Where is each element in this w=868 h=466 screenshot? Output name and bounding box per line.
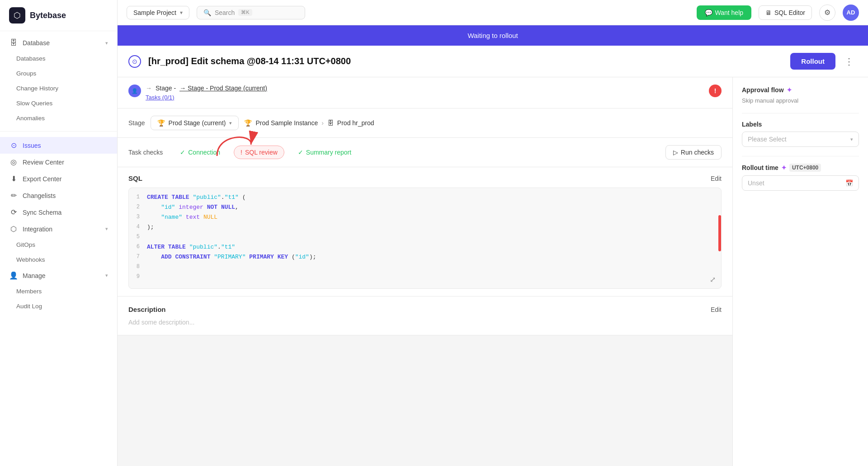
- description-title: Description: [128, 306, 166, 313]
- tasks-label: Tasks (0/1): [146, 94, 175, 101]
- code-line-4: 4 );: [129, 223, 721, 233]
- sidebar-item-anomalies[interactable]: Anomalies: [0, 111, 117, 126]
- sidebar-integration-label: Integration: [23, 226, 52, 233]
- sidebar-gitops-label: GitOps: [16, 241, 35, 248]
- export-icon: ⬇: [9, 174, 18, 183]
- sql-edit-link[interactable]: Edit: [711, 175, 722, 182]
- issue-title: [hr_prod] Edit schema @08-14 11:31 UTC+0…: [148, 56, 783, 66]
- sql-editor-button[interactable]: 🖥 SQL Editor: [759, 5, 812, 20]
- rollout-button[interactable]: Rollout: [790, 53, 835, 70]
- stage-link[interactable]: → Stage - Prod Stage (current): [179, 85, 267, 92]
- rollout-time-input[interactable]: Unset 📅: [742, 175, 859, 191]
- search-bar[interactable]: 🔍 Search ⌘K: [197, 6, 305, 19]
- sidebar-sync-label: Sync Schema: [23, 209, 61, 216]
- user-avatar: 👤: [128, 85, 141, 97]
- sidebar-database-section: 🗄 Database ▾ Databases Groups Change His…: [0, 31, 117, 129]
- rollout-time-placeholder: Unset: [748, 179, 764, 187]
- right-panel-divider-2: [742, 156, 859, 156]
- rollout-label: Rollout: [801, 57, 825, 65]
- sidebar-members-label: Members: [16, 288, 42, 295]
- stage-select-icon: 🏆: [157, 119, 165, 127]
- labels-section: Labels Please Select ▾: [742, 121, 859, 147]
- want-help-icon: 💬: [705, 9, 712, 16]
- settings-button[interactable]: ⚙: [819, 5, 835, 21]
- scroll-indicator: [718, 215, 721, 251]
- content-area: Waiting to rollout ⊙ [hr_prod] Edit sche…: [118, 25, 868, 466]
- approval-flow-title: Approval flow ✦: [742, 86, 859, 94]
- check-connection[interactable]: ✓ Connection: [174, 146, 226, 159]
- sidebar-item-audit-log[interactable]: Audit Log: [0, 299, 117, 314]
- sidebar-groups-label: Groups: [16, 70, 36, 77]
- chevron-manage-icon: ▾: [105, 273, 108, 278]
- chevron-integration-icon: ▾: [105, 226, 108, 232]
- labels-title: Labels: [742, 121, 859, 128]
- issue-actions: Rollout ⋮: [790, 53, 857, 70]
- search-shortcut: ⌘K: [238, 9, 252, 16]
- alert-icon: !: [709, 85, 722, 97]
- check-summary-report[interactable]: ✓ Summary report: [292, 146, 358, 159]
- sidebar-issues-label: Issues: [23, 142, 41, 149]
- sidebar-item-export-center[interactable]: ⬇ Export Center: [0, 170, 117, 187]
- code-line-7: 7 ADD CONSTRAINT "PRIMARY" PRIMARY KEY (…: [129, 253, 721, 263]
- sidebar-item-manage[interactable]: 👤 Manage ▾: [0, 267, 117, 284]
- logo-text: Bytebase: [30, 11, 66, 20]
- code-editor: 1 CREATE TABLE "public"."t1" ( 2 "id" in…: [128, 188, 722, 289]
- waiting-banner: Waiting to rollout: [118, 25, 868, 46]
- sidebar-item-changelists[interactable]: ✏ Changelists: [0, 187, 117, 204]
- sidebar: ⬡ Bytebase 🗄 Database ▾ Databases Groups…: [0, 0, 118, 466]
- stage-select[interactable]: 🏆 Prod Stage (current) ▾: [151, 116, 239, 130]
- sidebar-audit-label: Audit Log: [16, 303, 42, 310]
- code-line-8: 8: [129, 263, 721, 273]
- connection-check-icon: ✓: [180, 149, 185, 156]
- sidebar-item-databases[interactable]: Databases: [0, 51, 117, 66]
- sidebar-item-sync-schema[interactable]: ⟳ Sync Schema: [0, 204, 117, 221]
- stage-top-row: 👤 → Stage - → Stage - Prod Stage (curren…: [118, 77, 732, 108]
- sidebar-item-groups[interactable]: Groups: [0, 66, 117, 81]
- sidebar-export-label: Export Center: [23, 175, 61, 183]
- sidebar-item-slow-queries[interactable]: Slow Queries: [0, 96, 117, 111]
- description-edit-link[interactable]: Edit: [711, 306, 722, 313]
- stage-prefix: Stage -: [156, 85, 176, 92]
- more-options-button[interactable]: ⋮: [841, 53, 857, 70]
- sidebar-item-database[interactable]: 🗄 Database ▾: [0, 35, 117, 51]
- description-placeholder: Add some description...: [128, 319, 194, 326]
- stage-select-chevron-icon: ▾: [229, 120, 232, 126]
- sidebar-item-integration[interactable]: ⬡ Integration ▾: [0, 221, 117, 237]
- sidebar-item-change-history[interactable]: Change History: [0, 81, 117, 96]
- sidebar-item-issues[interactable]: ⊙ Issues: [0, 137, 117, 154]
- task-checks-row: Task checks ✓ Connection ! SQL review ✓ …: [118, 138, 732, 167]
- labels-chevron-icon: ▾: [850, 137, 853, 142]
- logo-icon: ⬡: [9, 7, 25, 24]
- sidebar-database-label: Database: [23, 39, 50, 47]
- sql-editor-label: SQL Editor: [774, 9, 805, 16]
- sql-title: SQL: [128, 174, 142, 182]
- labels-select[interactable]: Please Select ▾: [742, 132, 859, 147]
- tasks-link[interactable]: Tasks (0/1): [146, 94, 175, 101]
- issue-header: ⊙ [hr_prod] Edit schema @08-14 11:31 UTC…: [118, 46, 868, 77]
- sidebar-item-webhooks[interactable]: Webhooks: [0, 252, 117, 267]
- check-sql-review[interactable]: ! SQL review: [234, 146, 284, 159]
- sql-header: SQL Edit: [128, 174, 722, 182]
- expand-button[interactable]: ⤢: [710, 275, 716, 284]
- project-selector[interactable]: Sample Project ▾: [127, 6, 189, 19]
- labels-placeholder: Please Select: [748, 136, 787, 143]
- sidebar-item-gitops[interactable]: GitOps: [0, 237, 117, 252]
- approval-flow-subtitle: Skip manual approval: [742, 97, 859, 104]
- project-name: Sample Project: [133, 9, 176, 16]
- avatar[interactable]: AD: [843, 5, 859, 21]
- sidebar-divider-1: [0, 131, 117, 132]
- sidebar-item-members[interactable]: Members: [0, 284, 117, 299]
- rollout-sparkle-icon: ✦: [781, 164, 787, 171]
- want-help-button[interactable]: 💬 Want help: [697, 5, 752, 20]
- run-checks-button[interactable]: ▷ Run checks: [665, 145, 722, 160]
- stage-name: → Stage - Prod Stage (current): [179, 85, 267, 92]
- main-layout: 👤 → Stage - → Stage - Prod Stage (curren…: [118, 77, 868, 466]
- approval-flow-label: Approval flow: [742, 86, 784, 94]
- logo-area: ⬡ Bytebase: [0, 0, 117, 31]
- sidebar-item-review-center[interactable]: ◎ Review Center: [0, 154, 117, 170]
- stage-nav: → Stage - → Stage - Prod Stage (current): [146, 85, 709, 92]
- stage-selector-row: Stage 🏆 Prod Stage (current) ▾ 🏆 Prod Sa…: [118, 108, 732, 138]
- rollout-time-label: Rollout time: [742, 164, 778, 171]
- sidebar-change-history-label: Change History: [16, 85, 58, 92]
- code-line-6: 6 ALTER TABLE "public"."t1": [129, 243, 721, 253]
